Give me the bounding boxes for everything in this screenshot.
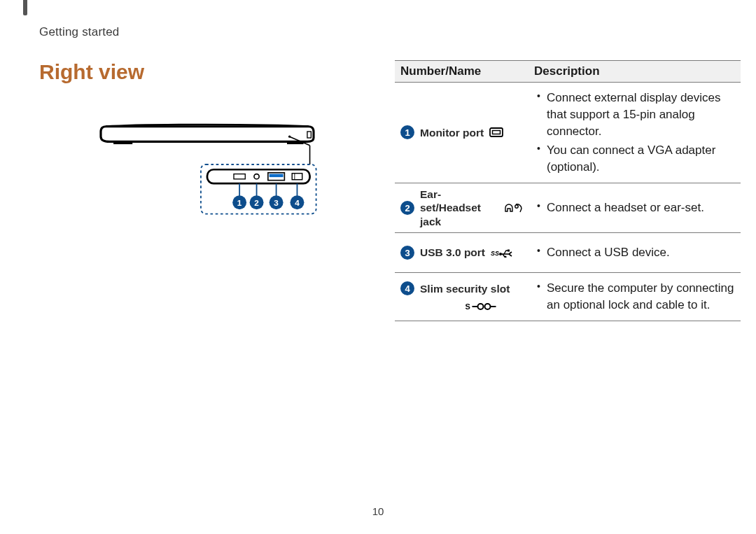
svg-point-4 xyxy=(288,136,290,138)
row-desc-item: Connect a USB device. xyxy=(547,244,735,261)
breadcrumb: Getting started xyxy=(39,25,756,39)
diagram-callout-4: 4 xyxy=(295,198,300,207)
row-name-2: Ear-set/Headset jack xyxy=(420,188,499,228)
headset-jack-icon xyxy=(505,203,523,213)
page-tab-marker xyxy=(23,0,27,15)
row-name-4: Slim security slot xyxy=(420,282,510,295)
diagram-callout-1: 1 xyxy=(237,198,242,207)
row-badge-1: 1 xyxy=(400,125,414,139)
svg-rect-12 xyxy=(292,174,302,180)
page-number: 10 xyxy=(0,505,756,517)
table-row: 2 Ear-set/Headset jack Connect a headset… xyxy=(395,183,741,232)
svg-rect-2 xyxy=(307,132,311,138)
svg-point-32 xyxy=(485,304,491,309)
svg-point-24 xyxy=(515,205,518,208)
svg-point-26 xyxy=(499,253,502,255)
table-row: 1 Monitor port Connect external display … xyxy=(395,83,741,183)
svg-rect-23 xyxy=(493,131,500,134)
table-row: 4 Slim security slot S xyxy=(395,273,741,321)
row-name-3: USB 3.0 port xyxy=(420,246,485,259)
monitor-port-icon xyxy=(489,127,503,137)
svg-rect-11 xyxy=(270,174,284,178)
row-desc-item: Secure the computer by connecting an opt… xyxy=(547,280,735,314)
svg-point-31 xyxy=(478,304,484,309)
table-header-name: Number/Name xyxy=(395,61,528,83)
svg-text:S: S xyxy=(465,302,470,311)
svg-text:SS: SS xyxy=(491,250,499,257)
device-right-view-diagram: 1 2 3 4 xyxy=(39,101,375,228)
svg-rect-0 xyxy=(113,141,132,144)
svg-rect-22 xyxy=(490,128,503,136)
row-desc-item: You can connect a VGA adapter (optional)… xyxy=(547,142,735,176)
table-row: 3 USB 3.0 port SS xyxy=(395,233,741,273)
security-slot-icon: S xyxy=(420,302,542,311)
svg-rect-8 xyxy=(234,174,245,179)
diagram-callout-3: 3 xyxy=(274,198,279,207)
row-badge-2: 2 xyxy=(400,201,414,215)
row-desc-item: Connect a headset or ear-set. xyxy=(547,199,735,216)
diagram-callout-2: 2 xyxy=(254,198,259,207)
usb-ss-icon: SS xyxy=(491,248,513,258)
row-desc-item: Connect external display devices that su… xyxy=(547,90,735,139)
page-title: Right view xyxy=(39,60,375,84)
row-badge-3: 3 xyxy=(400,246,414,260)
svg-rect-27 xyxy=(507,250,510,252)
ports-table: Number/Name Description 1 Monitor port xyxy=(395,60,741,321)
table-header-desc: Description xyxy=(528,61,741,83)
row-name-1: Monitor port xyxy=(420,126,484,139)
row-badge-4: 4 xyxy=(400,281,414,295)
